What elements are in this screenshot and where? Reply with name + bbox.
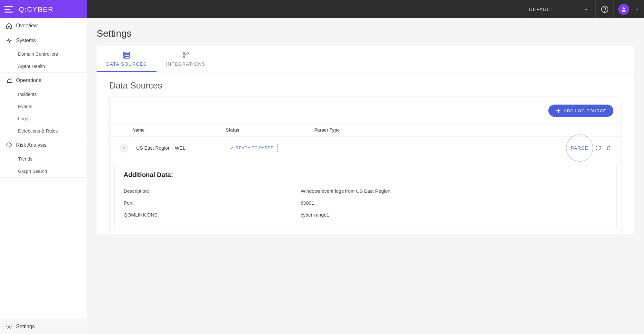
menu-toggle[interactable]	[5, 6, 13, 13]
topbar: Q:CYBER DEFAULT	[0, 0, 644, 18]
svg-point-7	[125, 53, 125, 53]
sidebar-sub-events[interactable]: Events	[0, 100, 87, 113]
sidebar-item-label: Systems	[16, 38, 36, 43]
detail-value: Windows event logs from US East Region.	[301, 188, 607, 194]
svg-point-8	[125, 55, 125, 56]
detail-label: Port:	[124, 200, 301, 206]
column-header-parser: Parser Type	[314, 127, 550, 133]
svg-point-12	[187, 53, 188, 54]
chevron-down-icon	[584, 7, 588, 12]
sidebar-item-label: Operations	[16, 78, 41, 83]
detail-row: Port: 60001	[124, 197, 607, 209]
parse-label: PARSE	[571, 145, 588, 151]
user-menu[interactable]	[614, 0, 644, 18]
section-title: Data Sources	[97, 72, 634, 97]
sidebar-sub-domain-controllers[interactable]: Domain Controllers	[0, 48, 87, 60]
topbar-right: DEFAULT	[87, 0, 644, 18]
detail-row: QOMLINK DNS: cyber-range1	[124, 209, 607, 221]
chevron-up-icon	[122, 146, 126, 150]
sidebar-sub-detections[interactable]: Detections & Rules	[0, 125, 87, 137]
sidebar-item-label: Risk Analysis	[16, 142, 46, 148]
details-title: Additional Data:	[124, 171, 607, 179]
sidebar-item-overview[interactable]: Overview	[0, 18, 87, 33]
status-text: READY TO PARSE	[236, 146, 274, 150]
environment-selector[interactable]: DEFAULT	[522, 0, 596, 18]
sidebar-sub-agent-health[interactable]: Agent Health	[0, 60, 87, 72]
help-icon	[601, 5, 609, 13]
detail-row: Description: Windows event logs from US …	[124, 185, 607, 197]
column-header-name: Name	[132, 127, 226, 133]
cloud-icon	[6, 142, 13, 149]
sidebar-item-systems[interactable]: Systems	[0, 33, 87, 48]
detail-value: 60001	[301, 200, 607, 206]
activity-icon	[6, 37, 12, 44]
column-header-status: Status	[226, 127, 314, 133]
sidebar-item-operations[interactable]: Operations	[0, 73, 87, 88]
svg-point-2	[623, 7, 625, 9]
sidebar: Overview Systems Domain Controllers Agen…	[0, 18, 87, 334]
sidebar-sub-logs[interactable]: Logs	[0, 113, 87, 125]
svg-point-1	[604, 11, 605, 11]
add-button-label: ADD LOG SOURCE	[564, 108, 606, 113]
add-log-source-button[interactable]: ADD LOG SOURCE	[548, 105, 613, 117]
sidebar-item-settings[interactable]: Settings	[0, 319, 87, 334]
topbar-brand: Q:CYBER	[0, 0, 87, 18]
svg-point-10	[183, 52, 185, 54]
table-row: US East Region - WEL READY TO PARSE P	[110, 137, 621, 159]
environment-label: DEFAULT	[529, 6, 553, 12]
sidebar-item-label: Settings	[16, 324, 35, 329]
detail-value: cyber-range1	[301, 212, 607, 218]
home-icon	[6, 23, 12, 29]
refresh-button[interactable]	[595, 145, 601, 151]
sidebar-sub-incidents[interactable]: Incidents	[0, 88, 87, 100]
parse-button[interactable]: PARSE	[568, 141, 591, 154]
row-name: US East Region - WEL	[132, 145, 226, 151]
check-icon	[230, 146, 234, 150]
alarm-icon	[6, 77, 13, 84]
server-icon	[122, 51, 131, 59]
tab-data-sources[interactable]: DATA SOURCES	[97, 46, 156, 72]
detail-label: Description:	[124, 188, 301, 194]
trash-icon	[606, 145, 611, 151]
refresh-icon	[595, 145, 601, 151]
help-button[interactable]	[596, 0, 614, 18]
sidebar-item-risk[interactable]: Risk Analysis	[0, 137, 87, 153]
sidebar-sub-trends[interactable]: Trends	[0, 153, 87, 165]
sidebar-item-label: Overview	[16, 23, 38, 29]
branch-icon	[182, 51, 190, 59]
data-sources-card: ADD LOG SOURCE Name Status Parser Type	[109, 97, 621, 234]
svg-point-11	[183, 57, 185, 58]
sidebar-sub-graph-search[interactable]: Graph Search	[0, 165, 87, 177]
tab-integrations[interactable]: INTEGRATIONS	[156, 46, 215, 72]
chevron-down-icon	[635, 7, 639, 12]
status-badge: READY TO PARSE	[226, 144, 278, 152]
svg-point-3	[8, 326, 10, 328]
main-content: Settings DATA SOURCES INTEGRATIONS Data …	[87, 18, 644, 334]
details-panel: Additional Data: Description: Windows ev…	[114, 164, 617, 229]
expand-toggle[interactable]	[119, 144, 128, 153]
tab-label: INTEGRATIONS	[166, 61, 205, 67]
gear-icon	[6, 323, 12, 330]
detail-label: QOMLINK DNS:	[124, 212, 301, 218]
plus-icon	[555, 108, 561, 114]
svg-point-9	[125, 57, 125, 58]
delete-button[interactable]	[606, 145, 611, 151]
avatar	[618, 4, 629, 15]
page-title: Settings	[87, 18, 644, 46]
logo: Q:CYBER	[19, 5, 54, 13]
person-icon	[621, 6, 627, 12]
tab-label: DATA SOURCES	[106, 61, 147, 67]
table-header: Name Status Parser Type	[110, 123, 621, 137]
settings-tabs: DATA SOURCES INTEGRATIONS	[97, 46, 634, 72]
